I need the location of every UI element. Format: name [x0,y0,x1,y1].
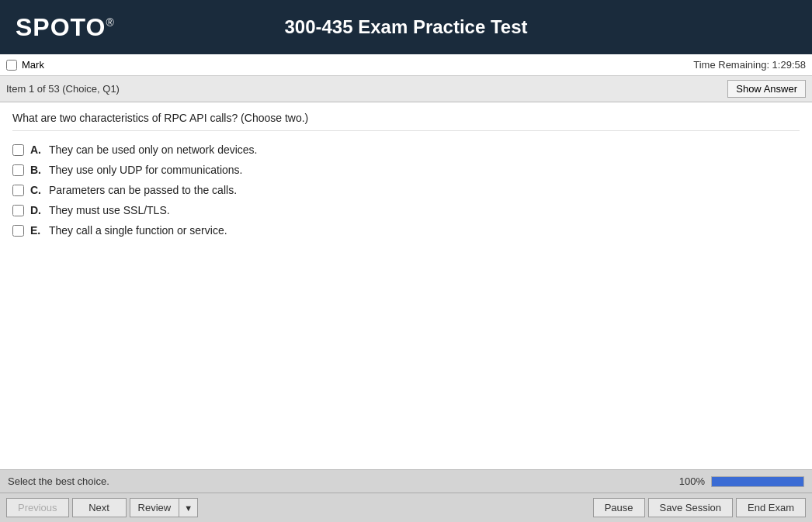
question-text: What are two characteristics of RPC API … [12,112,800,131]
answer-option-d[interactable]: D. They must use SSL/TLS. [12,204,800,216]
next-button[interactable]: Next [72,498,127,517]
review-button[interactable]: Review [130,498,180,517]
content-wrapper: What are two characteristics of RPC API … [0,102,812,469]
mark-label-container[interactable]: Mark [6,59,44,71]
mark-checkbox[interactable] [6,60,17,71]
previous-button[interactable]: Previous [6,498,69,517]
review-dropdown-button[interactable]: ▼ [179,498,198,517]
review-btn-container: Review ▼ [130,498,199,517]
progress-bar-fill [712,477,803,486]
content-area: What are two characteristics of RPC API … [0,102,812,469]
answer-option-c[interactable]: C. Parameters can be passed to the calls… [12,184,800,196]
answer-option-e[interactable]: E. They call a single function or servic… [12,224,800,237]
time-remaining: Time Remaining: 1:29:58 [693,59,806,71]
mark-text: Mark [22,59,44,71]
checkbox-c[interactable] [12,185,24,196]
end-exam-button[interactable]: End Exam [736,498,806,517]
header: SPOTO® 300-435 Exam Practice Test [0,0,812,54]
option-label-e: E. [30,224,43,237]
mark-bar: Mark Time Remaining: 1:29:58 [0,54,812,76]
pause-button[interactable]: Pause [593,498,645,517]
logo: SPOTO® [16,13,115,42]
answer-option-a[interactable]: A. They can be used only on network devi… [12,143,800,156]
progress-bar [711,476,804,487]
save-session-button[interactable]: Save Session [648,498,734,517]
nav-left: Previous Next Review ▼ [6,498,198,517]
option-text-b: They use only UDP for communications. [49,164,243,176]
status-bar: Select the best choice. 100% [0,469,812,493]
item-bar: Item 1 of 53 (Choice, Q1) Show Answer [0,76,812,102]
option-label-d: D. [30,204,43,216]
status-text: Select the best choice. [8,475,109,487]
answer-option-b[interactable]: B. They use only UDP for communications. [12,164,800,176]
option-label-b: B. [30,164,43,176]
checkbox-d[interactable] [12,205,24,216]
option-text-a: They can be used only on network devices… [49,143,258,156]
option-text-d: They must use SSL/TLS. [49,204,170,216]
answer-options: A. They can be used only on network devi… [12,143,800,237]
nav-right: Pause Save Session End Exam [593,498,806,517]
option-label-a: A. [30,143,43,156]
progress-area: 100% [679,475,804,487]
option-label-c: C. [30,184,43,196]
option-text-c: Parameters can be passed to the calls. [49,184,237,196]
option-text-e: They call a single function or service. [49,224,227,237]
bottom-nav: Previous Next Review ▼ Pause Save Sessio… [0,493,812,522]
show-answer-button[interactable]: Show Answer [727,80,806,98]
progress-percent: 100% [679,475,705,487]
checkbox-e[interactable] [12,225,24,237]
checkbox-b[interactable] [12,164,24,176]
checkbox-a[interactable] [12,144,24,156]
page-title: 300-435 Exam Practice Test [284,16,527,38]
item-info: Item 1 of 53 (Choice, Q1) [6,83,120,95]
